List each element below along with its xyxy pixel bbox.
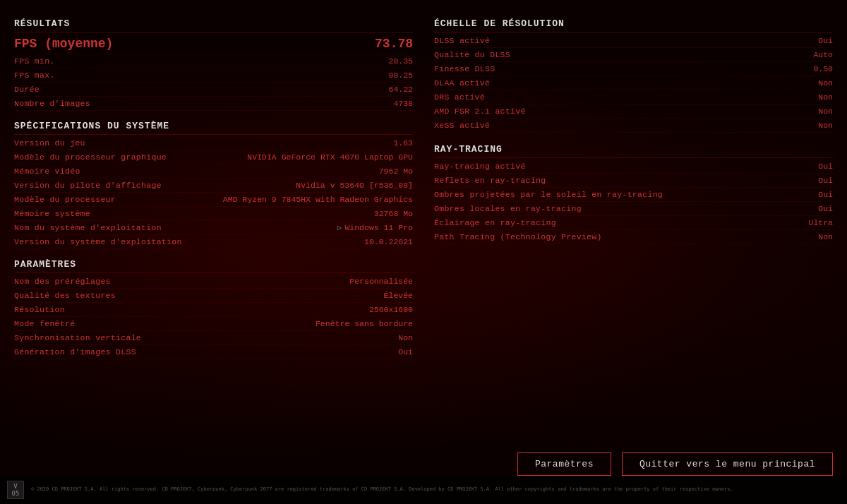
row-value: 28.35 xyxy=(388,56,413,66)
echelle-row: DRS activé Non xyxy=(434,90,833,104)
row-value: Auto xyxy=(813,50,833,59)
params-row: Résolution 2560x1600 xyxy=(14,303,413,317)
row-value: Oui xyxy=(818,176,833,185)
row-value: Nvidia v 53640 [r536_08] xyxy=(296,181,413,190)
row-label: Nom du système d'exploitation xyxy=(14,223,162,232)
row-value: ▷Windows 11 Pro xyxy=(337,223,413,232)
row-label: Path Tracing (Technology Preview) xyxy=(434,232,602,241)
parametres-button[interactable]: Paramètres xyxy=(517,452,611,476)
raytracing-row: Ombres locales en ray-tracing Oui xyxy=(434,202,833,216)
row-value: 32768 Mo xyxy=(374,209,413,218)
specs-row: Mémoire système 32768 Mo xyxy=(14,207,413,221)
row-value: 64.22 xyxy=(388,85,413,94)
row-value: AMD Ryzen 9 7845HX with Radeon Graphics xyxy=(223,195,413,204)
echelle-row: DLSS activé Oui xyxy=(434,34,833,48)
row-label: Mémoire vidéo xyxy=(14,167,80,176)
row-label: Ombres projetées par le soleil en ray-tr… xyxy=(434,190,663,199)
params-row: Mode fenêtré Fenêtre sans bordure xyxy=(14,317,413,331)
row-label: Qualité du DLSS xyxy=(434,50,510,59)
echelle-row: DLAA activé Non xyxy=(434,76,833,90)
row-value: Non xyxy=(818,92,833,102)
specs-row: Version du jeu 1.63 xyxy=(14,136,413,150)
row-label: Finesse DLSS xyxy=(434,64,495,73)
specs-row: Modèle du processeur AMD Ryzen 9 7845HX … xyxy=(14,193,413,207)
row-value: Non xyxy=(818,78,833,88)
echelle-header: Échelle de résolution xyxy=(434,14,833,32)
version-num: 05 xyxy=(12,490,20,497)
specs-row: Mémoire vidéo 7962 Mo xyxy=(14,164,413,179)
raytracing-section: Ray-tracing Ray-tracing activé Oui Refle… xyxy=(434,140,833,244)
right-panel: Échelle de résolution DLSS activé Oui Qu… xyxy=(434,14,833,476)
cursor-icon: ▷ xyxy=(337,224,342,232)
specs-row: Nom du système d'exploitation ▷Windows 1… xyxy=(14,221,413,235)
resultats-row: FPS max. 98.25 xyxy=(14,68,413,83)
params-header: Paramètres xyxy=(14,255,413,273)
row-label: Version du pilote d'affichage xyxy=(14,181,162,190)
resultats-header: Résultats xyxy=(14,14,413,32)
bottom-bar: V 05 © 2020 CD PROJEKT S.A. All rights r… xyxy=(0,476,847,504)
row-value: Personnalisée xyxy=(349,277,413,286)
raytracing-row: Ombres projetées par le soleil en ray-tr… xyxy=(434,188,833,202)
row-label: DLSS activé xyxy=(434,36,490,45)
row-value: Non xyxy=(818,121,833,130)
row-label: Modèle du processeur xyxy=(14,195,116,204)
row-label: DLAA activé xyxy=(434,78,490,88)
row-value: 4738 xyxy=(393,99,413,108)
version-v: V xyxy=(13,483,17,490)
specs-row: Version du pilote d'affichage Nvidia v 5… xyxy=(14,179,413,193)
raytracing-row: Ray-tracing activé Oui xyxy=(434,160,833,174)
row-value: Oui xyxy=(818,204,833,213)
row-value: 10.0.22621 xyxy=(364,237,413,246)
echelle-rows: DLSS activé Oui Qualité du DLSS Auto Fin… xyxy=(434,34,833,133)
fps-value: 73.78 xyxy=(375,37,413,51)
specs-row: Modèle du processeur graphique NVIDIA Ge… xyxy=(14,150,413,164)
row-label: XeSS activé xyxy=(434,121,490,130)
row-value: NVIDIA GeForce RTX 4070 Laptop GPU xyxy=(247,152,413,162)
resultats-section: Résultats FPS (moyenne) 73.78 FPS min. 2… xyxy=(14,14,413,111)
row-value: Non xyxy=(398,333,413,342)
echelle-row: AMD FSR 2.1 activé Non xyxy=(434,104,833,119)
row-value: Non xyxy=(818,107,833,116)
fps-row: FPS (moyenne) 73.78 xyxy=(14,34,413,54)
row-label: Mode fenêtré xyxy=(14,319,75,328)
raytracing-header: Ray-tracing xyxy=(434,140,833,158)
row-value: Oui xyxy=(818,162,833,171)
quitter-button[interactable]: Quitter vers le menu principal xyxy=(622,452,833,476)
row-label: Nombre d'images xyxy=(14,99,90,108)
row-label: Version du jeu xyxy=(14,138,85,148)
row-value: Fenêtre sans bordure xyxy=(316,319,413,328)
row-label: Version du système d'exploitation xyxy=(14,237,182,246)
params-section: Paramètres Nom des préréglages Personnal… xyxy=(14,255,413,359)
row-label: DRS activé xyxy=(434,92,485,102)
params-row: Nom des préréglages Personnalisée xyxy=(14,275,413,289)
row-label: FPS min. xyxy=(14,56,55,66)
row-label: Ray-tracing activé xyxy=(434,162,526,171)
row-label: AMD FSR 2.1 activé xyxy=(434,107,526,116)
row-value: Élevée xyxy=(384,291,413,300)
resultats-row: FPS min. 28.35 xyxy=(14,54,413,68)
row-value: 7962 Mo xyxy=(379,167,413,176)
params-row: Qualité des textures Élevée xyxy=(14,289,413,303)
row-label: Durée xyxy=(14,85,40,94)
specs-row: Version du système d'exploitation 10.0.2… xyxy=(14,235,413,249)
row-label: Synchronisation verticale xyxy=(14,333,141,342)
row-value: Non xyxy=(818,232,833,241)
specs-section: Spécifications du système Version du jeu… xyxy=(14,116,413,249)
echelle-row: Finesse DLSS 0.50 xyxy=(434,62,833,76)
row-label: Génération d'images DLSS xyxy=(14,347,136,356)
legal-text: © 2020 CD PROJEKT S.A. All rights reserv… xyxy=(31,486,733,493)
raytracing-rows: Ray-tracing activé Oui Reflets en ray-tr… xyxy=(434,160,833,244)
row-value: Ultra xyxy=(808,218,833,227)
row-label: Résolution xyxy=(14,305,65,314)
raytracing-row: Éclairage en ray-tracing Ultra xyxy=(434,216,833,230)
row-label: Qualité des textures xyxy=(14,291,116,300)
specs-header: Spécifications du système xyxy=(14,116,413,135)
params-row: Synchronisation verticale Non xyxy=(14,331,413,345)
row-value: 2560x1600 xyxy=(369,305,413,314)
row-label: Éclairage en ray-tracing xyxy=(434,218,556,227)
specs-rows: Version du jeu 1.63 Modèle du processeur… xyxy=(14,136,413,249)
row-label: Nom des préréglages xyxy=(14,277,111,286)
main-container: Résultats FPS (moyenne) 73.78 FPS min. 2… xyxy=(0,0,847,504)
resultats-row: Durée 64.22 xyxy=(14,83,413,97)
row-value: 98.25 xyxy=(388,71,413,80)
